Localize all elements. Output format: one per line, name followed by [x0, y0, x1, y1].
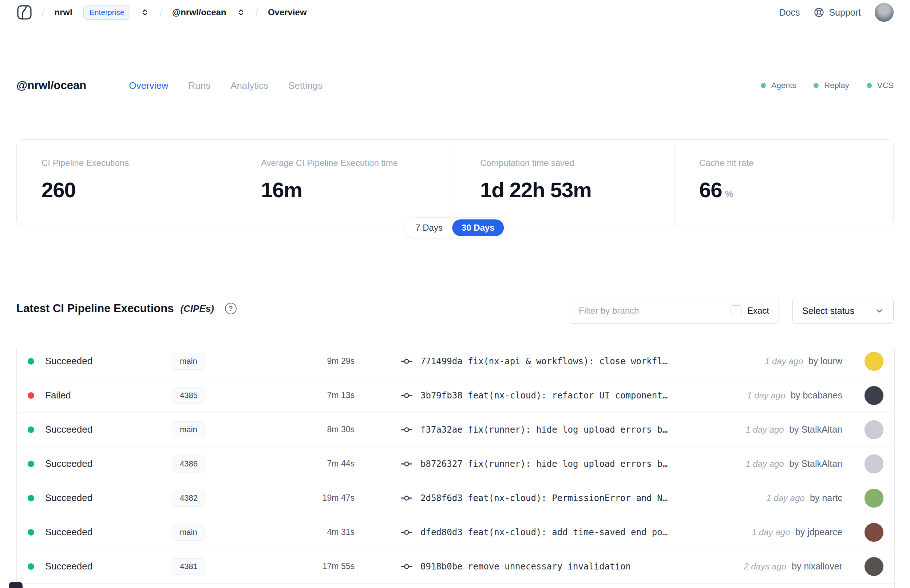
tab-runs[interactable]: Runs	[189, 80, 211, 91]
tab-overview[interactable]: Overview	[129, 80, 168, 91]
row-duration: 7m 44s	[278, 459, 354, 468]
row-commit[interactable]: 3b79fb38 feat(nx-cloud): refactor UI com…	[354, 389, 747, 402]
help-icon[interactable]: ?	[225, 303, 237, 314]
row-duration: 7m 13s	[278, 391, 354, 400]
author: by StalkAltan	[789, 424, 842, 435]
chevron-down-icon	[875, 306, 884, 315]
stat-label: Computation time saved	[480, 158, 674, 168]
table-row[interactable]: Succeeded main 4m 31s dfed80d3 feat(nx-c…	[17, 515, 894, 549]
exact-checkbox[interactable]	[731, 305, 742, 316]
status-dot	[27, 358, 34, 365]
git-commit-icon	[400, 560, 413, 573]
partial-floating-button[interactable]	[9, 582, 23, 588]
green-status-dot	[867, 83, 872, 88]
branch-chip[interactable]: main	[173, 353, 205, 370]
stat-value: 66%	[699, 178, 893, 202]
indicator-vcs[interactable]: VCS	[867, 81, 894, 90]
workspace-switcher-chevrons-icon[interactable]	[236, 7, 246, 18]
stat-cache-hit-rate: Cache hit rate 66%	[674, 140, 893, 226]
time-ago: 2 days ago	[744, 561, 786, 571]
author-avatar[interactable]	[865, 523, 883, 542]
commit-message: 2d58f6d3 feat(nx-cloud): PermissionError…	[420, 493, 668, 503]
stat-label: CI Pipeline Executions	[42, 158, 236, 168]
toggle-7-days[interactable]: 7 Days	[406, 220, 452, 236]
row-status: Succeeded	[45, 527, 173, 538]
git-commit-icon	[400, 389, 413, 402]
enterprise-badge: Enterprise	[83, 5, 131, 19]
table-row[interactable]: Succeeded 4381 17m 55s 0918b0be remove u…	[17, 549, 894, 584]
table-row[interactable]: Succeeded main 8m 30s f37a32ae fix(runne…	[17, 413, 894, 447]
author: by jdpearce	[795, 527, 842, 537]
git-commit-icon	[400, 423, 413, 436]
status-dot	[27, 563, 34, 570]
commit-message: f37a32ae fix(runner): hide log upload er…	[420, 425, 668, 435]
org-switcher-chevrons-icon[interactable]	[140, 7, 150, 18]
nx-cloud-logo-icon[interactable]	[16, 4, 32, 20]
tab-analytics[interactable]: Analytics	[230, 80, 268, 91]
commit-message: dfed80d3 feat(nx-cloud): add time-saved …	[420, 527, 668, 538]
row-commit[interactable]: 0918b0be remove unnecessary invalidation	[354, 560, 744, 573]
branch-chip[interactable]: main	[173, 422, 205, 438]
branch-filter-input[interactable]	[570, 298, 721, 323]
status-select-dropdown[interactable]: Select status	[792, 298, 894, 324]
commit-message: b8726327 fix(runner): hide log upload er…	[420, 459, 668, 469]
date-range-toggle: 7 Days 30 Days	[404, 217, 506, 238]
branch-chip[interactable]: main	[173, 524, 205, 541]
table-row[interactable]: Succeeded 4382 19m 47s 2d58f6d3 feat(nx-…	[17, 481, 894, 515]
stat-average-execution-time: Average CI Pipeline Execution time 16m	[236, 140, 455, 226]
branch-chip[interactable]: 4382	[173, 490, 205, 507]
row-status: Succeeded	[45, 355, 173, 367]
breadcrumb: / nrwl Enterprise / @nrwl/ocean / Overvi…	[16, 4, 307, 20]
branch-filter-group: Exact	[570, 298, 779, 324]
top-navbar: / nrwl Enterprise / @nrwl/ocean / Overvi…	[0, 0, 910, 25]
breadcrumb-separator: /	[160, 6, 162, 19]
git-commit-icon	[400, 491, 413, 505]
branch-chip[interactable]: 4385	[173, 387, 205, 404]
row-commit[interactable]: b8726327 fix(runner): hide log upload er…	[354, 457, 745, 470]
status-dot	[27, 495, 34, 501]
row-status: Succeeded	[45, 492, 173, 504]
row-commit[interactable]: 771499da fix(nx-api & workflows): close …	[354, 355, 765, 368]
row-commit[interactable]: f37a32ae fix(runner): hide log upload er…	[354, 423, 745, 436]
row-commit[interactable]: 2d58f6d3 feat(nx-cloud): PermissionError…	[354, 491, 766, 505]
author-avatar[interactable]	[865, 420, 883, 439]
status-dot	[27, 529, 34, 536]
stat-value: 260	[42, 178, 236, 202]
toggle-30-days[interactable]: 30 Days	[452, 220, 504, 236]
docs-link[interactable]: Docs	[779, 7, 800, 18]
green-status-dot	[761, 83, 766, 88]
branch-chip[interactable]: 4386	[173, 456, 205, 472]
user-avatar[interactable]	[875, 3, 894, 22]
support-link[interactable]: Support	[813, 7, 861, 18]
section-title: Latest CI Pipeline Executions	[16, 302, 174, 315]
author: by nixallover	[792, 561, 842, 571]
breadcrumb-org[interactable]: nrwl	[54, 7, 72, 18]
branch-chip[interactable]: 4381	[173, 558, 205, 575]
green-status-dot	[813, 83, 819, 88]
workspace-header: @nrwl/ocean Overview Runs Analytics Sett…	[16, 71, 894, 100]
indicator-replay[interactable]: Replay	[813, 81, 849, 90]
git-commit-icon	[400, 457, 413, 470]
indicator-label: Replay	[824, 81, 849, 90]
author-avatar[interactable]	[865, 352, 883, 371]
author-avatar[interactable]	[865, 386, 883, 405]
breadcrumb-workspace[interactable]: @nrwl/ocean	[172, 7, 226, 18]
time-ago: 1 day ago	[766, 493, 805, 503]
author-avatar[interactable]	[865, 454, 883, 473]
stat-computation-time-saved: Computation time saved 1d 22h 53m	[455, 140, 674, 226]
table-row[interactable]: Succeeded main 9m 29s 771499da fix(nx-ap…	[17, 344, 894, 378]
table-row[interactable]: Succeeded 4386 7m 44s b8726327 fix(runne…	[17, 447, 894, 481]
row-duration: 9m 29s	[278, 356, 354, 366]
workspace-tabs: Overview Runs Analytics Settings	[129, 80, 323, 91]
commit-message: 771499da fix(nx-api & workflows): close …	[420, 356, 668, 367]
author-avatar[interactable]	[865, 557, 883, 576]
author-avatar[interactable]	[865, 489, 883, 507]
breadcrumb-separator: /	[255, 6, 259, 19]
support-label: Support	[829, 7, 861, 18]
indicator-agents[interactable]: Agents	[761, 81, 797, 90]
table-row[interactable]: Failed 4385 7m 13s 3b79fb38 feat(nx-clou…	[17, 378, 894, 413]
row-status: Failed	[45, 390, 173, 401]
exact-match-toggle[interactable]: Exact	[721, 298, 779, 323]
tab-settings[interactable]: Settings	[288, 80, 323, 91]
row-commit[interactable]: dfed80d3 feat(nx-cloud): add time-saved …	[354, 526, 752, 539]
